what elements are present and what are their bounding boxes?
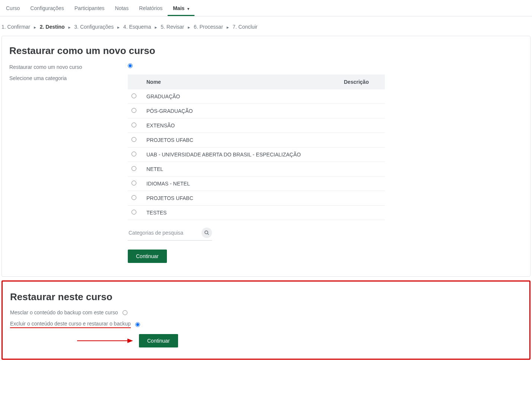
category-radio[interactable] xyxy=(132,108,136,113)
table-row: IDIOMAS - NETEL xyxy=(128,177,385,191)
step-3: 3. Configurações xyxy=(74,24,114,30)
table-row: PROJETOS UFABC xyxy=(128,191,385,206)
svg-marker-3 xyxy=(127,339,133,343)
tab-mais[interactable]: Mais ▾ xyxy=(168,1,194,16)
category-radio[interactable] xyxy=(132,166,136,171)
category-radio[interactable] xyxy=(132,123,136,127)
category-table: Nome Descrição GRADUAÇÃOPÓS-GRADUAÇÃOEXT… xyxy=(128,74,385,220)
annotation-arrow-icon xyxy=(77,337,133,344)
category-search-input[interactable] xyxy=(128,228,198,237)
opt-delete-label: Excluir o conteúdo deste curso e restaur… xyxy=(10,321,131,328)
category-name: PROJETOS UFABC xyxy=(143,191,340,206)
chevron-down-icon: ▾ xyxy=(187,7,189,11)
step-separator: ► xyxy=(226,25,229,29)
restore-this-course-panel: Restaurar neste curso Mesclar o conteúdo… xyxy=(1,280,531,360)
category-desc xyxy=(340,177,385,191)
radio-new-course[interactable] xyxy=(128,63,133,68)
category-radio[interactable] xyxy=(132,210,136,215)
col-nome: Nome xyxy=(143,74,340,89)
tab-participantes[interactable]: Participantes xyxy=(69,1,110,16)
tab-notas[interactable]: Notas xyxy=(110,1,134,16)
svg-point-0 xyxy=(205,231,208,234)
category-radio[interactable] xyxy=(132,152,136,156)
opt-merge-label: Mesclar o conteúdo do backup com este cu… xyxy=(10,309,118,315)
step-7: 7. Concluir xyxy=(232,24,257,30)
table-row: TESTES xyxy=(128,206,385,220)
course-nav-tabs: Curso Configurações Participantes Notas … xyxy=(0,1,532,16)
category-radio[interactable] xyxy=(132,137,136,142)
table-row: GRADUAÇÃO xyxy=(128,89,385,104)
step-2-current: 2. Destino xyxy=(40,24,65,30)
tab-curso[interactable]: Curso xyxy=(1,1,25,16)
step-separator: ► xyxy=(154,25,158,29)
category-desc xyxy=(340,118,385,133)
tab-configuracoes[interactable]: Configurações xyxy=(25,1,69,16)
panel-heading-this: Restaurar neste curso xyxy=(10,291,522,303)
restore-steps: 1. Confirmar ► 2. Destino ► 3. Configura… xyxy=(0,16,532,36)
category-search xyxy=(128,228,212,241)
step-separator: ► xyxy=(117,25,120,29)
category-name: PROJETOS UFABC xyxy=(143,133,340,147)
category-name: EXTENSÃO xyxy=(143,118,340,133)
category-desc xyxy=(340,147,385,162)
step-6: 6. Processar xyxy=(194,24,223,30)
step-separator: ► xyxy=(187,25,191,29)
category-desc xyxy=(340,104,385,118)
table-row: UAB - UNIVERSIDADE ABERTA DO BRASIL - ES… xyxy=(128,147,385,162)
col-descricao: Descrição xyxy=(340,74,385,89)
table-row: PROJETOS UFABC xyxy=(128,133,385,147)
category-name: TESTES xyxy=(143,206,340,220)
category-desc xyxy=(340,89,385,104)
svg-line-1 xyxy=(208,234,209,235)
step-4: 4. Esquema xyxy=(123,24,151,30)
category-name: GRADUAÇÃO xyxy=(143,89,340,104)
category-search-button[interactable] xyxy=(202,228,212,238)
radio-merge[interactable] xyxy=(123,310,127,315)
tab-relatorios[interactable]: Relatórios xyxy=(134,1,168,16)
category-radio[interactable] xyxy=(132,93,136,98)
tab-mais-label: Mais xyxy=(173,5,184,11)
panel-heading-new: Restaurar como um novo curso xyxy=(9,45,523,57)
step-separator: ► xyxy=(68,25,72,29)
category-desc xyxy=(340,133,385,147)
step-1: 1. Confirmar xyxy=(1,24,30,30)
restore-new-course-panel: Restaurar como um novo curso Restaurar c… xyxy=(1,36,531,277)
category-name: NETEL xyxy=(143,162,340,177)
step-5: 5. Revisar xyxy=(161,24,184,30)
category-desc xyxy=(340,206,385,220)
table-row: PÓS-GRADUAÇÃO xyxy=(128,104,385,118)
continue-new-button[interactable]: Continuar xyxy=(128,250,167,263)
category-label: Selecione uma categoria xyxy=(9,74,128,81)
category-name: IDIOMAS - NETEL xyxy=(143,177,340,191)
continue-this-button[interactable]: Continuar xyxy=(139,334,178,347)
table-row: EXTENSÃO xyxy=(128,118,385,133)
table-row: NETEL xyxy=(128,162,385,177)
category-name: PÓS-GRADUAÇÃO xyxy=(143,104,340,118)
category-radio[interactable] xyxy=(132,181,136,185)
category-radio[interactable] xyxy=(132,195,136,200)
category-name: UAB - UNIVERSIDADE ABERTA DO BRASIL - ES… xyxy=(143,147,340,162)
search-icon xyxy=(204,230,209,235)
radio-new-label: Restaurar como um novo curso xyxy=(9,63,128,70)
step-separator: ► xyxy=(33,25,37,29)
category-desc xyxy=(340,191,385,206)
category-desc xyxy=(340,162,385,177)
radio-delete-restore[interactable] xyxy=(135,322,140,327)
